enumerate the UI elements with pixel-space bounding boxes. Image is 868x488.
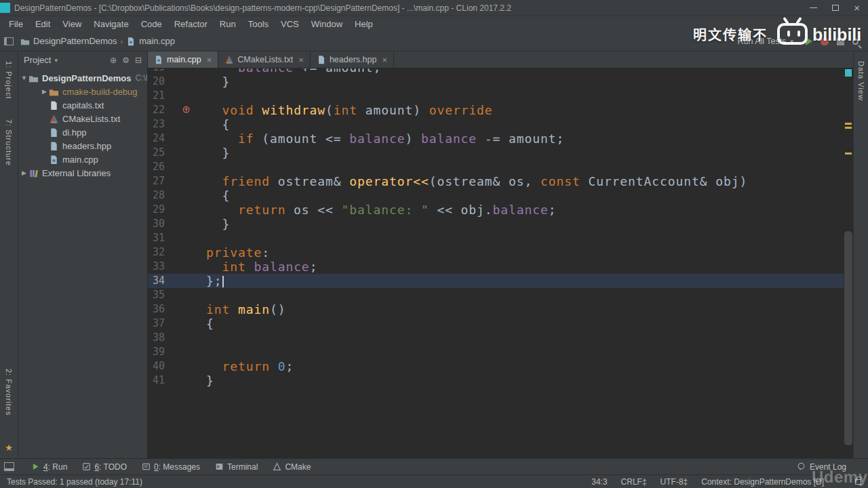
code-line-24[interactable]: 24 if (amount <= balance) balance -= amo…	[148, 131, 844, 146]
breadcrumb-item[interactable]: main.cpp	[125, 36, 176, 46]
line-number: 19	[148, 68, 165, 75]
code-line-30[interactable]: 30 }	[148, 217, 844, 231]
menu-vcs[interactable]: VCS	[275, 18, 305, 30]
code-line-26[interactable]: 26	[148, 160, 844, 174]
code-line-35[interactable]: 35	[148, 288, 844, 302]
menu-window[interactable]: Window	[305, 18, 349, 30]
code-line-36[interactable]: 36int main()	[148, 302, 844, 317]
editor-scrollbar[interactable]	[844, 68, 853, 458]
debug-button[interactable]	[821, 38, 829, 45]
gear-icon[interactable]: ⚙	[122, 56, 130, 65]
close-icon[interactable]: ×	[298, 55, 304, 65]
status-bar: Tests Passed: 1 passed (today 17:11) 34:…	[0, 474, 868, 488]
code-line-23[interactable]: 23 {	[148, 117, 844, 131]
tool-window-icon[interactable]	[4, 37, 14, 45]
menu-tools[interactable]: Tools	[242, 18, 275, 30]
code-line-29[interactable]: 29 return os << "balance: " << obj.balan…	[148, 203, 844, 217]
menu-navigate[interactable]: Navigate	[87, 18, 134, 30]
encoding-indicator[interactable]: UTF-8‡	[660, 477, 688, 487]
tool-window-button-terminal[interactable]: Terminal	[208, 459, 265, 474]
menu-file[interactable]: File	[3, 18, 29, 30]
code-line-22[interactable]: 22 void withdraw(int amount) override	[148, 103, 844, 117]
collapse-all-icon[interactable]: ⊟	[135, 56, 142, 65]
code-line-32[interactable]: 32private:	[148, 245, 844, 260]
project-panel: Project ▾ ⊕ ⚙ ⊟ ▼DesignPatternDemosC:\Dr…	[18, 52, 148, 458]
menu-help[interactable]: Help	[349, 18, 379, 30]
stop-button[interactable]	[837, 38, 844, 45]
search-icon[interactable]	[852, 39, 859, 45]
close-button[interactable]: ×	[854, 5, 860, 12]
tab-main-cpp[interactable]: main.cpp×	[148, 52, 218, 68]
event-log-button[interactable]: Event Log	[797, 462, 864, 472]
tree-item-cmakelists-txt[interactable]: CMakeLists.txt	[18, 112, 147, 125]
code-line-40[interactable]: 40 return 0;	[148, 359, 844, 373]
code-line-21[interactable]: 21	[148, 89, 844, 103]
tool-window-button-messages[interactable]: 0: Messages	[134, 459, 208, 474]
tree-expand-arrow[interactable]: ▶	[40, 88, 49, 95]
code-line-28[interactable]: 28 {	[148, 188, 844, 203]
tree-expand-arrow[interactable]: ▼	[20, 75, 28, 81]
gutter	[165, 103, 206, 117]
tool-window-button-project[interactable]: 1: Project	[5, 61, 13, 99]
maximize-button[interactable]	[832, 5, 839, 11]
code-line-20[interactable]: 20 }	[148, 75, 844, 89]
minimize-button[interactable]	[810, 7, 817, 8]
line-number: 21	[148, 89, 165, 103]
code-line-19[interactable]: 19 balance += amount;	[148, 68, 844, 75]
tool-window-button-dataview[interactable]: Data View	[857, 61, 865, 101]
code-line-31[interactable]: 31	[148, 231, 844, 245]
status-right: 34:3CRLF‡UTF-8‡Context: DesignPatternDem…	[591, 477, 824, 487]
tree-item-cmake-build-debug[interactable]: ▶cmake-build-debug	[18, 85, 147, 98]
tree-expand-arrow[interactable]: ▶	[20, 169, 28, 176]
tree-item-headers-hpp[interactable]: headers.hpp	[18, 139, 147, 152]
gutter	[165, 331, 206, 345]
lock-icon[interactable]	[855, 479, 861, 485]
tool-window-button-favorites[interactable]: 2: Favorites	[5, 369, 13, 415]
code-line-34[interactable]: 34};	[148, 274, 844, 288]
breadcrumb-item[interactable]: DesignPatternDemos	[19, 36, 119, 46]
scrollbar-thumb[interactable]	[844, 231, 852, 445]
tab-headers-hpp[interactable]: headers.hpp×	[311, 52, 394, 68]
favorites-star-icon: ★	[5, 443, 13, 453]
run-button[interactable]	[806, 37, 812, 45]
code-line-38[interactable]: 38	[148, 331, 844, 345]
code-line-37[interactable]: 37{	[148, 317, 844, 331]
menu-view[interactable]: View	[56, 18, 87, 30]
caret-position[interactable]: 34:3	[591, 477, 607, 487]
menu-code[interactable]: Code	[135, 18, 168, 30]
tree-item-label: capitals.txt	[62, 100, 104, 110]
code-line-33[interactable]: 33 int balance;	[148, 260, 844, 274]
text-cursor	[222, 276, 224, 287]
line-number: 27	[148, 174, 165, 188]
tree-item-capitals-txt[interactable]: capitals.txt	[18, 98, 147, 112]
code-line-39[interactable]: 39	[148, 345, 844, 359]
close-icon[interactable]: ×	[207, 55, 212, 65]
line-separator-indicator[interactable]: CRLF‡	[621, 477, 647, 487]
menu-refactor[interactable]: Refactor	[168, 18, 214, 30]
tool-window-button-cmake[interactable]: CMake	[265, 459, 318, 474]
tool-window-button-run[interactable]: 4: Run	[24, 459, 75, 474]
tree-item-main-cpp[interactable]: main.cpp	[18, 152, 147, 166]
project-panel-dropdown[interactable]: Project ▾	[24, 55, 58, 65]
tree-item-di-hpp[interactable]: di.hpp	[18, 125, 147, 139]
tab-cmakelists-txt[interactable]: CMakeLists.txt×	[218, 52, 311, 68]
line-number: 30	[148, 217, 165, 231]
code-area[interactable]: 19 balance += amount;20 }2122 void withd…	[148, 68, 853, 458]
run-config-dropdown[interactable]: Run All Tests ▾	[733, 35, 797, 47]
context-indicator[interactable]: Context: DesignPatternDemos [D]	[701, 477, 824, 487]
menu-run[interactable]: Run	[214, 18, 242, 30]
tool-window-button-todo[interactable]: 6: TODO	[75, 459, 134, 474]
code-line-25[interactable]: 25 }	[148, 146, 844, 160]
tool-window-toggle-icon[interactable]	[4, 462, 14, 471]
tool-window-button-structure[interactable]: 7: Structure	[5, 119, 13, 166]
bottom-bar-items: 4: Run6: TODO0: MessagesTerminalCMake	[24, 459, 318, 474]
tree-item-designpatterndemos[interactable]: ▼DesignPatternDemosC:\Dro...	[18, 71, 147, 85]
tree-item-external-libraries[interactable]: ▶External Libraries	[18, 166, 147, 180]
locate-icon[interactable]: ⊕	[110, 56, 117, 65]
menu-bar: FileEditViewNavigateCodeRefactorRunTools…	[0, 16, 868, 31]
code-line-27[interactable]: 27 friend ostream& operator<<(ostream& o…	[148, 174, 844, 188]
code-line-41[interactable]: 41}	[148, 373, 844, 388]
close-icon[interactable]: ×	[382, 55, 387, 65]
menu-edit[interactable]: Edit	[29, 18, 56, 30]
gutter	[165, 359, 206, 373]
